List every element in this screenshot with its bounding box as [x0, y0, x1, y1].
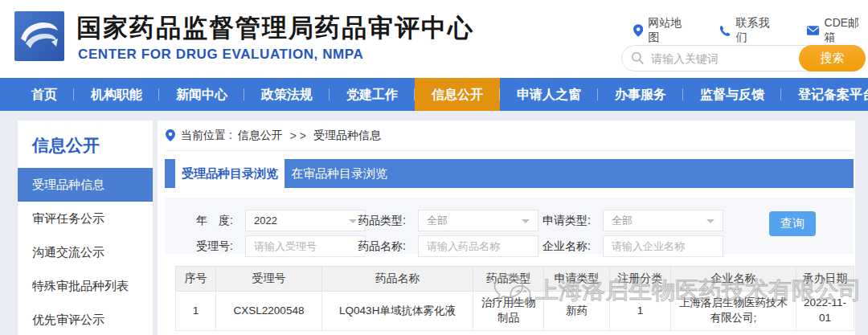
breadcrumb-current: 受理品种信息: [313, 129, 381, 143]
sitemap-link[interactable]: 网站地图: [633, 16, 690, 45]
sidebar-item-review-tasks[interactable]: 审评任务公示: [18, 202, 153, 235]
acceptance-no-input[interactable]: [245, 235, 366, 257]
cell-drug-type: 治疗用生物制品: [473, 292, 544, 331]
contact-label: 联系我们: [735, 16, 778, 45]
sidebar-item-accepted-varieties[interactable]: 受理品种信息: [18, 168, 153, 202]
nav-item-party[interactable]: 党建工作: [330, 78, 415, 111]
nav-item-applicant-window[interactable]: 申请人之窗: [500, 78, 598, 111]
mailbox-link[interactable]: CDE邮箱: [807, 16, 868, 45]
sidebar-title: 信息公开: [18, 121, 153, 168]
contact-link[interactable]: 联系我们: [719, 16, 778, 45]
cde-website-page: 国家药品监督管理局药品审评中心 CENTER FOR DRUG EVALUATI…: [0, 0, 868, 335]
filter-panel: 年 度: 2022 药品类型: 全部 申请类型: 全部 受理号: 药品名称: 企…: [165, 198, 854, 254]
cell-serial: 1: [176, 292, 216, 331]
header-search: 搜索: [621, 45, 866, 71]
fish-swirl-icon: [14, 11, 64, 61]
year-label: 年 度:: [173, 214, 233, 228]
nav-item-info-disclosure[interactable]: 信息公开: [415, 78, 500, 111]
tab-accepted-catalog[interactable]: 受理品种目录浏览: [175, 159, 285, 188]
nav-item-policy[interactable]: 政策法规: [244, 78, 330, 111]
breadcrumb-prefix: 当前位置 :: [181, 129, 232, 143]
drug-type-select[interactable]: 全部: [418, 210, 538, 231]
breadcrumb-separator: > >: [290, 129, 306, 142]
table-header-row: 序号 受理号 药品名称 药品类型 申请类型 注册分类 企业名称 承办日期: [176, 267, 854, 292]
acceptance-no-label: 受理号:: [173, 239, 233, 254]
sitemap-label: 网站地图: [648, 16, 690, 45]
sidebar-item-communication[interactable]: 沟通交流公示: [18, 235, 153, 269]
col-acceptance-no: 受理号: [216, 267, 322, 292]
tab-under-review-catalog[interactable]: 在审品种目录浏览: [285, 159, 394, 188]
col-serial: 序号: [176, 267, 216, 292]
cell-acceptance-no: CXSL2200548: [216, 292, 322, 331]
nav-item-supervision[interactable]: 监督与反馈: [683, 78, 781, 111]
sidebar: 信息公开 受理品种信息 审评任务公示 沟通交流公示 特殊审批品种列表 优先审评公…: [18, 121, 153, 335]
phone-icon: [719, 25, 731, 37]
drug-name-label: 药品名称:: [350, 239, 406, 254]
nav-item-services[interactable]: 办事服务: [598, 78, 683, 111]
apply-type-label: 申请类型:: [534, 214, 591, 228]
results-table: 序号 受理号 药品名称 药品类型 申请类型 注册分类 企业名称 承办日期 1 C…: [175, 266, 854, 331]
col-drug-name: 药品名称: [322, 267, 473, 292]
drug-name-input[interactable]: [418, 235, 538, 257]
col-apply-type: 申请类型: [544, 267, 610, 292]
year-select[interactable]: 2022: [245, 210, 366, 231]
sidebar-item-special-approval[interactable]: 特殊审批品种列表: [18, 269, 153, 303]
cell-registration-class: 1: [610, 292, 671, 331]
col-company: 企业名称: [671, 267, 796, 292]
map-pin-icon: [633, 24, 643, 37]
nav-item-registration-platform[interactable]: 登记备案平台: [781, 78, 868, 111]
company-name-label: 企业名称:: [534, 239, 591, 254]
cell-drug-name: LQ043H单域抗体雾化液: [322, 292, 473, 331]
cell-company: 上海洛启生物医药技术有限公司;: [671, 292, 796, 331]
table-row[interactable]: 1 CXSL2200548 LQ043H单域抗体雾化液 治疗用生物制品 新药 1…: [176, 292, 854, 331]
location-pin-icon: [166, 129, 175, 141]
mail-icon: [807, 26, 819, 35]
cde-logo: [14, 11, 64, 61]
company-name-input[interactable]: [603, 235, 723, 257]
cell-date: 2022-11-01: [796, 292, 854, 331]
breadcrumb-section[interactable]: 信息公开: [238, 129, 283, 143]
mailbox-label: CDE邮箱: [825, 16, 868, 45]
nav-item-functions[interactable]: 机构职能: [74, 78, 159, 111]
nav-item-news[interactable]: 新闻中心: [159, 78, 244, 111]
col-drug-type: 药品类型: [473, 267, 544, 292]
drug-type-label: 药品类型:: [350, 214, 406, 228]
sidebar-item-priority-review[interactable]: 优先审评公示: [18, 303, 153, 335]
breadcrumb: 当前位置 : 信息公开 > > 受理品种信息: [166, 121, 852, 151]
query-button[interactable]: 查询: [769, 211, 816, 236]
col-registration-class: 注册分类: [610, 267, 671, 292]
main-content: 当前位置 : 信息公开 > > 受理品种信息 受理品种目录浏览 在审品种目录浏览…: [158, 121, 855, 335]
main-nav: 首页 机构职能 新闻中心 政策法规 党建工作 信息公开 申请人之窗 办事服务 监…: [0, 78, 868, 111]
search-button[interactable]: 搜索: [799, 45, 866, 71]
header-quick-links: 网站地图 联系我们 CDE邮箱: [633, 16, 868, 45]
apply-type-select[interactable]: 全部: [603, 210, 723, 231]
site-subtitle: CENTER FOR DRUG EVALUATION, NMPA: [78, 47, 363, 63]
catalog-tabs: 受理品种目录浏览 在审品种目录浏览: [165, 159, 854, 188]
cell-apply-type: 新药: [544, 292, 610, 331]
col-date: 承办日期: [796, 267, 854, 292]
search-icon: [631, 51, 645, 65]
nav-item-home[interactable]: 首页: [14, 78, 74, 111]
site-title: 国家药品监督管理局药品审评中心: [76, 11, 474, 45]
